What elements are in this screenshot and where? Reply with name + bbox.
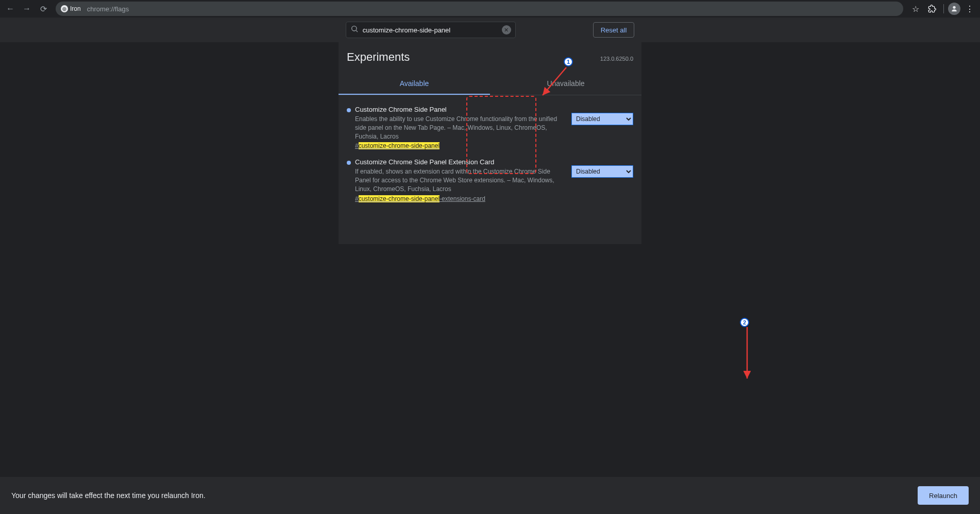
flag-select-wrap: Disabled xyxy=(571,113,633,125)
annotation-marker-1: 1 xyxy=(564,57,573,66)
extensions-icon[interactable] xyxy=(925,2,939,16)
menu-kebab-icon[interactable]: ⋮ xyxy=(962,2,977,16)
flag-title: Customize Chrome Side Panel xyxy=(355,106,567,113)
svg-line-2 xyxy=(356,30,358,32)
tabs: Available Unavailable xyxy=(339,73,641,95)
experiments-card: Experiments 123.0.6250.0 Available Unava… xyxy=(339,42,641,244)
svg-point-0 xyxy=(953,6,955,9)
page-title: Experiments xyxy=(347,50,410,64)
forward-button[interactable]: → xyxy=(20,2,34,16)
flag-row: Customize Chrome Side Panel Extension Ca… xyxy=(347,154,633,207)
flag-hash-link[interactable]: #customize-chrome-side-panel xyxy=(355,142,440,149)
toolbar-right: ☆ ⋮ xyxy=(908,2,977,16)
flag-description: Enables the ability to use Customize Chr… xyxy=(355,115,567,141)
site-name: Iron xyxy=(70,5,81,12)
tab-available[interactable]: Available xyxy=(339,73,490,95)
relaunch-bar: Your changes will take effect the next t… xyxy=(0,477,980,514)
divider xyxy=(943,4,944,13)
flag-state-select[interactable]: Disabled xyxy=(571,165,633,178)
annotation-marker-2: 2 xyxy=(740,318,749,327)
flag-state-select[interactable]: Disabled xyxy=(571,113,633,125)
reload-button[interactable]: ⟳ xyxy=(36,2,50,16)
flag-select-wrap: Disabled xyxy=(571,165,633,178)
flag-hash-link[interactable]: #customize-chrome-side-panel-extensions-… xyxy=(355,195,485,202)
flags-list: Customize Chrome Side Panel Enables the … xyxy=(339,95,641,213)
flag-row: Customize Chrome Side Panel Enables the … xyxy=(347,101,633,154)
flag-description: If enabled, shows an extension card with… xyxy=(355,167,567,193)
reset-all-button[interactable]: Reset all xyxy=(593,22,635,38)
svg-point-1 xyxy=(351,26,356,31)
clear-search-icon[interactable]: ✕ xyxy=(502,25,511,35)
site-identity: ◎ Iron xyxy=(61,5,81,12)
search-box[interactable]: ✕ xyxy=(346,22,516,38)
modified-dot-icon xyxy=(347,108,351,112)
version-label: 123.0.6250.0 xyxy=(600,56,633,62)
tab-unavailable[interactable]: Unavailable xyxy=(490,73,641,95)
relaunch-button[interactable]: Relaunch xyxy=(918,486,969,505)
relaunch-message: Your changes will take effect the next t… xyxy=(11,491,206,500)
address-bar[interactable]: ◎ Iron chrome://flags xyxy=(56,2,903,16)
modified-dot-icon xyxy=(347,161,351,165)
bookmark-star-icon[interactable]: ☆ xyxy=(908,2,923,16)
flag-body: Customize Chrome Side Panel Enables the … xyxy=(355,106,567,150)
flag-title: Customize Chrome Side Panel Extension Ca… xyxy=(355,158,567,166)
site-icon: ◎ xyxy=(61,5,68,12)
url-text: chrome://flags xyxy=(87,5,129,13)
flag-body: Customize Chrome Side Panel Extension Ca… xyxy=(355,158,567,202)
search-icon xyxy=(350,25,359,35)
annotation-arrow-2-icon xyxy=(744,326,751,383)
profile-avatar[interactable] xyxy=(948,3,960,15)
page-header: ✕ Reset all xyxy=(0,18,980,42)
back-button[interactable]: ← xyxy=(3,2,18,16)
search-input[interactable] xyxy=(363,26,498,34)
card-header: Experiments 123.0.6250.0 xyxy=(339,42,641,64)
browser-toolbar: ← → ⟳ ◎ Iron chrome://flags ☆ ⋮ xyxy=(0,0,980,18)
